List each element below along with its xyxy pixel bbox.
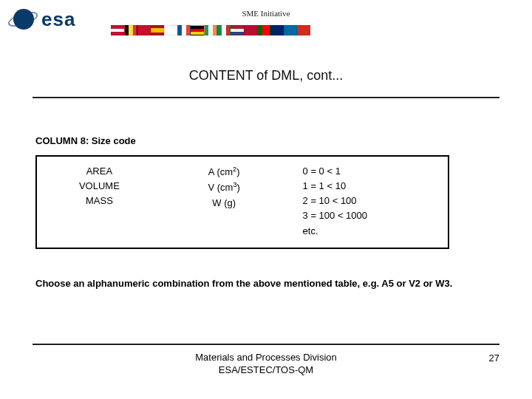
instruction-text: Choose an alphanumeric combination from … — [35, 277, 497, 291]
table-cell: 2 = 10 < 100 — [303, 194, 437, 208]
column8-heading: COLUMN 8: Size code — [35, 135, 497, 146]
size-table-col-ranges: 0 = 0 < 11 = 1 < 102 = 10 < 1003 = 100 <… — [287, 157, 448, 248]
flag-sweden — [284, 25, 297, 35]
slide-header: esa SME Initiative — [0, 0, 532, 41]
table-cell: V (cm3) — [172, 180, 276, 195]
size-table-col-symbol: A (cm2)V (cm3)W (g) — [162, 157, 287, 248]
table-cell: VOLUME — [47, 179, 151, 194]
flag-norway — [244, 25, 257, 35]
divider-top — [33, 97, 499, 98]
page-number: 27 — [477, 351, 499, 364]
flag-ireland — [204, 25, 217, 35]
table-cell: MASS — [47, 194, 151, 208]
flag-austria — [111, 25, 124, 35]
slide-footer: Materials and Processes Division ESA/EST… — [33, 344, 499, 377]
flag-switzerland — [297, 25, 310, 35]
size-code-table: AREAVOLUMEMASS A (cm2)V (cm3)W (g) 0 = 0… — [35, 155, 449, 249]
footer-line2: ESA/ESTEC/TOS-QM — [219, 364, 313, 375]
flag-denmark — [137, 25, 151, 35]
flag-finland — [164, 25, 177, 35]
esa-logo-text: esa — [41, 8, 75, 31]
table-cell: 1 = 1 < 10 — [303, 179, 437, 194]
member-state-flags — [111, 25, 310, 35]
footer-line1: Materials and Processes Division — [195, 352, 336, 363]
esa-logo-mark — [7, 4, 38, 35]
flag-spain — [151, 25, 164, 35]
flag-france — [177, 25, 191, 35]
esa-logo: esa — [7, 1, 107, 37]
table-cell: AREA — [47, 164, 151, 179]
flag-germany — [191, 25, 204, 35]
flag-uk — [270, 25, 284, 35]
footer-text: Materials and Processes Division ESA/EST… — [55, 351, 477, 377]
sme-initiative-label: SME Initiative — [242, 9, 290, 18]
flag-belgium — [124, 25, 137, 35]
size-table-col-property: AREAVOLUMEMASS — [37, 157, 162, 248]
table-cell: A (cm2) — [172, 164, 276, 180]
table-cell: 3 = 100 < 1000 — [303, 208, 437, 223]
divider-bottom — [33, 344, 499, 345]
flag-netherlands — [231, 25, 244, 35]
table-cell: W (g) — [172, 196, 276, 211]
slide-title: CONTENT of DML, cont... — [0, 68, 532, 83]
flag-portugal — [257, 25, 270, 35]
table-cell: 0 = 0 < 1 — [303, 164, 437, 179]
table-cell: etc. — [303, 224, 437, 239]
slide-content: COLUMN 8: Size code AREAVOLUMEMASS A (cm… — [0, 135, 532, 291]
flag-italy — [217, 25, 231, 35]
